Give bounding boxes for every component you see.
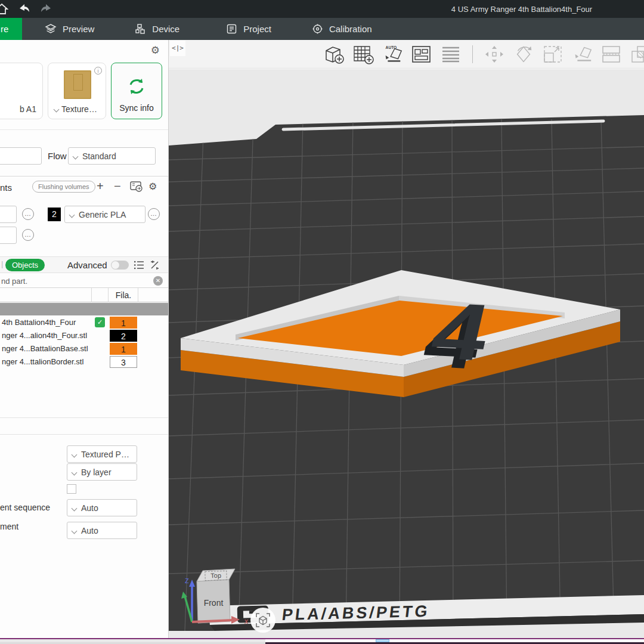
filament-1-dropdown[interactable] [0, 206, 17, 223]
divider [0, 129, 169, 130]
plate-type-setting-dropdown[interactable]: Textured P… [67, 445, 137, 463]
filament-slot-3-row: … [0, 227, 169, 244]
remove-filament-icon[interactable]: − [114, 179, 121, 193]
gizmo-front-label[interactable]: Front [204, 598, 224, 608]
undo-icon[interactable] [18, 2, 31, 16]
flow-value: Standard [82, 151, 116, 161]
chevron-down-icon [72, 470, 77, 475]
filament-badge[interactable]: 1 [110, 343, 137, 355]
chevron-down-icon [70, 212, 75, 217]
filament-2-dropdown[interactable]: Generic PLA [64, 206, 145, 223]
tab-calibration[interactable]: Calibration [306, 18, 378, 40]
arrange-icon[interactable] [410, 44, 433, 65]
object-row-4[interactable]: nger 4...ttalionBorder.stl 3 [0, 355, 169, 369]
object-name: nger 4...alion4th_Four.stl [2, 331, 87, 340]
add-plate-icon[interactable] [352, 44, 374, 65]
filaments-title: nts [0, 182, 12, 193]
gizmo-z-label: Z [185, 577, 189, 584]
object-search-field[interactable]: nd part. ✕ [0, 274, 169, 288]
add-filament-icon[interactable]: + [97, 179, 104, 193]
plate-settings-button[interactable] [250, 608, 275, 633]
sequence-dropdown[interactable]: Auto [67, 499, 137, 516]
filament-1-menu-icon[interactable]: … [22, 208, 34, 220]
clone-icon[interactable] [629, 44, 644, 65]
sequence-label: ent sequence [0, 503, 50, 512]
tab-prepare-active[interactable]: re [0, 18, 22, 40]
tab-device[interactable]: Device [129, 18, 185, 40]
viewport-toolbar: <|> AUTO [169, 40, 644, 69]
ams-icon[interactable] [130, 181, 143, 195]
by-layer-value: By layer [81, 467, 112, 477]
collapse-panel-handle[interactable]: <|> [170, 41, 185, 56]
home-icon[interactable] [0, 2, 8, 16]
gizmo-x-label: x [244, 617, 248, 626]
tab-device-label: Device [152, 24, 179, 34]
flow-dropdown[interactable]: Standard [68, 147, 156, 165]
add-object-icon[interactable] [323, 44, 345, 65]
filament-2-color-swatch[interactable]: 2 [48, 208, 61, 221]
object-row-2[interactable]: nger 4...alion4th_Four.stl 2 [0, 329, 169, 342]
flushing-volumes-button[interactable]: Flushing volumes [32, 181, 95, 193]
arrangement-value: Auto [81, 526, 98, 535]
plate-type-card[interactable]: i Texture… [48, 63, 106, 119]
nozzle-input[interactable] [0, 147, 42, 165]
filament-badge[interactable]: 2 [110, 330, 137, 342]
info-icon[interactable]: i [94, 67, 102, 75]
filament-2-menu-icon[interactable]: … [148, 208, 160, 220]
checkbox-checked-icon[interactable]: ✓ [95, 317, 105, 327]
filament-column-header: Fila. [109, 290, 138, 300]
selected-row-strip[interactable] [0, 303, 169, 315]
objects-tab[interactable]: Objects [5, 259, 45, 271]
auto-orient-icon[interactable]: AUTO [381, 44, 404, 65]
scale-icon[interactable] [541, 44, 564, 65]
search-placeholder: nd part. [1, 277, 27, 286]
filament-badge[interactable]: 1 [110, 317, 137, 329]
object-row-1[interactable]: 4th Battalion4th_Four ✓ 1 [0, 316, 169, 329]
arrangement-dropdown[interactable]: Auto [67, 522, 137, 539]
sync-info-button[interactable]: Sync info [111, 63, 162, 119]
split-layers-icon[interactable] [439, 44, 462, 65]
divider [0, 176, 169, 177]
settings-checkbox[interactable] [67, 484, 76, 494]
redo-icon[interactable] [39, 2, 52, 16]
tab-project[interactable]: Project [220, 18, 277, 40]
clear-search-icon[interactable]: ✕ [153, 276, 163, 286]
list-view-icon[interactable] [134, 260, 145, 273]
printer-settings-gear-icon[interactable]: ⚙ [151, 44, 160, 57]
device-icon [135, 23, 146, 35]
layers-icon [45, 23, 57, 35]
chevron-down-icon [72, 528, 77, 533]
object-name: 4th Battalion4th_Four [2, 318, 76, 327]
filter-sort-icon[interactable] [149, 260, 160, 273]
project-icon [226, 23, 237, 35]
filament-2-material: Generic PLA [79, 210, 126, 219]
filament-settings-gear-icon[interactable]: ⚙ [148, 181, 157, 192]
cut-icon[interactable] [600, 44, 623, 65]
chevron-down-icon [54, 107, 59, 112]
advanced-toggle[interactable] [111, 261, 129, 270]
viewport-3d-scene[interactable]: 4 4 PLA/ABS/PETG Top Front [169, 69, 644, 638]
by-layer-dropdown[interactable]: By layer [67, 463, 137, 481]
lay-on-face-icon[interactable] [571, 44, 593, 65]
title-bar: 4 US Army Ranger 4th Battalion4th_Four [0, 0, 644, 18]
tab-preview-label: Preview [63, 24, 94, 34]
move-icon[interactable] [483, 44, 506, 65]
tab-prepare-label: re [1, 24, 8, 34]
object-name: nger 4...ttalionBorder.stl [2, 357, 83, 366]
advanced-label: Advanced [67, 260, 107, 270]
printer-card[interactable]: b A1 [0, 63, 43, 119]
tab-preview[interactable]: Preview [39, 18, 100, 40]
divider [0, 434, 169, 435]
chevron-down-icon [73, 154, 78, 159]
toolbar-separator [472, 45, 473, 63]
gizmo-top-label[interactable]: Top [210, 572, 221, 580]
filament-badge[interactable]: 3 [110, 356, 137, 368]
object-row-3[interactable]: nger 4...BattalionBase.stl 1 [0, 342, 169, 355]
filament-3-menu-icon[interactable]: … [22, 229, 34, 241]
filament-3-dropdown[interactable] [0, 227, 17, 244]
printer-name: b A1 [20, 104, 36, 114]
rotate-icon[interactable] [512, 44, 535, 65]
plate-type-dropdown[interactable]: Texture… [54, 104, 97, 114]
divider [0, 417, 169, 418]
app-window: 4 US Army Ranger 4th Battalion4th_Four r… [0, 0, 644, 644]
